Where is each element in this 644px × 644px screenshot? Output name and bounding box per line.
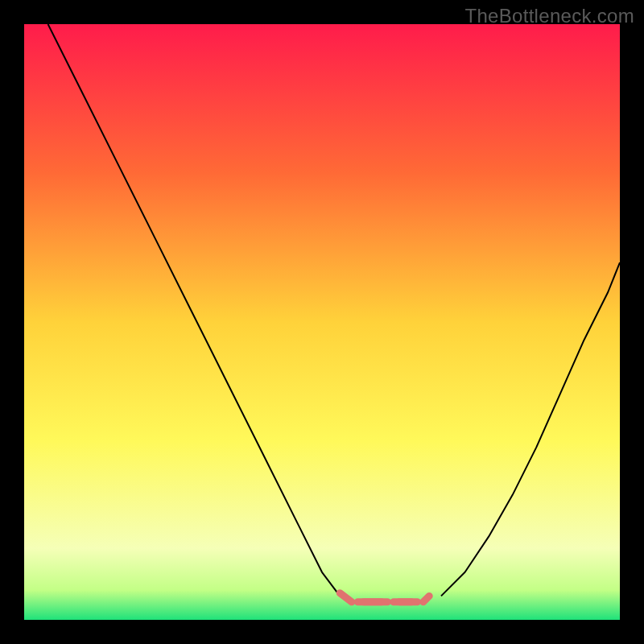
chart-background [24, 24, 620, 620]
watermark-text: TheBottleneck.com [464, 5, 634, 27]
bottleneck-chart [24, 24, 620, 620]
chart-container: TheBottleneck.com [0, 0, 644, 644]
series-bottom-band-seg-3 [423, 596, 429, 601]
